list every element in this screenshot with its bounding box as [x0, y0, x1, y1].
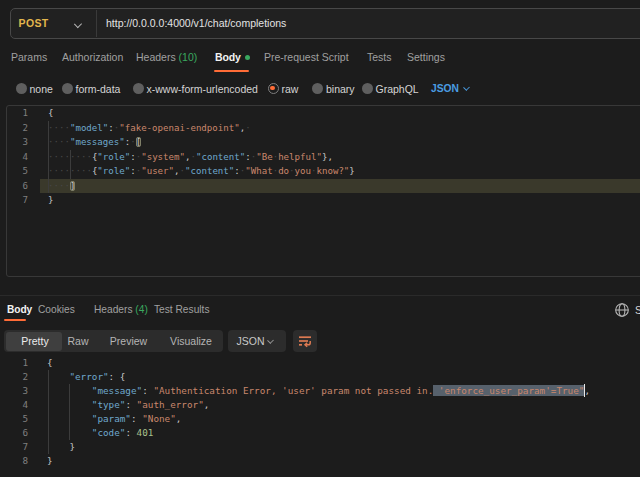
code-line[interactable]: 5········{"role":·"user",·"content":·"Wh… — [7, 164, 640, 179]
tab-authorization[interactable]: Authorization — [62, 44, 123, 71]
code-text: { — [40, 106, 640, 121]
radio-icon — [133, 83, 144, 94]
tab-headers[interactable]: Headers (4) — [94, 298, 148, 322]
tab-headers[interactable]: Headers (10) — [136, 44, 197, 71]
code-text: "type": "auth_error", — [40, 398, 640, 412]
whitespace-dot: · — [273, 152, 278, 162]
radio-icon — [312, 83, 323, 94]
view-tab-raw[interactable]: Raw — [67, 330, 88, 352]
line-number: 3 — [0, 384, 40, 398]
view-tab-preview[interactable]: Preview — [110, 330, 147, 352]
code-line[interactable]: 3····"messages":·[ — [7, 135, 640, 150]
response-tabs: BodyCookiesHeaders (4)Test Results — [0, 298, 640, 322]
indent-guide — [48, 121, 49, 194]
postman-request-view: { "colors": { "accent_orange": "#ff6c37"… — [0, 0, 640, 477]
code-token: } — [69, 441, 75, 452]
status-label-clipped: S — [635, 298, 640, 322]
code-line[interactable]: 6 "code": 401 — [0, 426, 640, 440]
code-line[interactable]: 1{ — [7, 106, 640, 121]
code-token: { — [120, 371, 126, 382]
chevron-down-icon[interactable] — [75, 21, 83, 29]
code-token: · — [245, 123, 250, 133]
body-type-radio-none[interactable]: none — [16, 77, 53, 100]
tab-count-badge: (4) — [133, 304, 148, 315]
code-token: ···· — [48, 181, 70, 191]
line-number: 8 — [0, 454, 40, 468]
body-language-label: JSON — [431, 83, 459, 94]
code-token: , — [204, 399, 210, 410]
body-type-radio-graphql[interactable]: GraphQL — [362, 77, 419, 100]
tab-cookies[interactable]: Cookies — [38, 298, 75, 322]
code-line[interactable]: 4 "type": "auth_error", — [0, 398, 640, 412]
method-selector[interactable]: POST — [19, 9, 49, 38]
code-token: "fake-openai-endpoint" — [119, 123, 239, 133]
body-type-radio-x-www-form-urlencoded[interactable]: x-www-form-urlencoded — [133, 77, 258, 100]
code-token: "What·do·you·know?" — [245, 166, 349, 176]
line-number: 7 — [0, 440, 40, 454]
request-body-editor[interactable]: 1{2····"model":·"fake-openai-endpoint",·… — [6, 105, 640, 277]
code-line[interactable]: 7} — [7, 193, 640, 208]
active-tab-underline — [4, 319, 26, 321]
code-line[interactable]: 2 "error": { — [0, 370, 640, 384]
code-text: "param": "None", — [40, 412, 640, 426]
response-body-editor[interactable]: 1{2 "error": {3 "message": "Authenticati… — [0, 356, 640, 477]
body-type-radio-binary[interactable]: binary — [312, 77, 355, 100]
view-tab-visualize[interactable]: Visualize — [170, 330, 212, 352]
tab-settings[interactable]: Settings — [407, 44, 445, 71]
tab-tests[interactable]: Tests — [367, 44, 392, 71]
code-line[interactable]: 6····] — [7, 179, 640, 194]
request-url-bar: POST http://0.0.0.0:4000/v1/chat/complet… — [10, 8, 640, 39]
line-number: 7 — [7, 193, 40, 208]
radio-label: x-www-form-urlencoded — [147, 83, 258, 95]
code-line[interactable]: 5 "param": "None", — [0, 412, 640, 426]
code-line[interactable]: 3 "message": "Authentication Error, 'use… — [0, 384, 640, 398]
whitespace-dot: · — [245, 123, 250, 133]
line-number: 2 — [0, 370, 40, 384]
body-type-radio-raw[interactable]: raw — [268, 77, 299, 100]
code-text: ····"model":·"fake-openai-endpoint",· — [40, 121, 640, 136]
code-token — [47, 371, 69, 382]
tab-test-results[interactable]: Test Results — [154, 298, 209, 322]
beautify-button[interactable] — [293, 330, 317, 352]
radio-icon — [16, 83, 27, 94]
code-line[interactable]: 1{ — [0, 356, 640, 370]
code-line[interactable]: 8} — [0, 454, 640, 468]
line-number: 1 — [0, 356, 40, 370]
code-token: ···· — [48, 123, 70, 133]
code-line[interactable]: 7 } — [0, 440, 640, 454]
code-line[interactable]: 4········{"role":·"system",·"content":·"… — [7, 150, 640, 165]
code-text: "code": 401 — [40, 426, 640, 440]
whitespace-dot: · — [311, 166, 316, 176]
line-number: 5 — [0, 412, 40, 426]
globe-icon[interactable] — [614, 302, 630, 318]
code-token: "param" — [92, 413, 131, 424]
body-type-row: JSON noneform-datax-www-form-urlencodedr… — [0, 77, 640, 100]
code-text: } — [40, 454, 640, 468]
code-token — [47, 441, 69, 452]
tab-pre-request-script[interactable]: Pre-request Script — [264, 44, 349, 71]
code-token: · — [130, 137, 135, 147]
divider — [96, 10, 97, 37]
code-token: "None" — [142, 413, 176, 424]
response-language-select[interactable]: JSON — [228, 330, 286, 352]
line-number: 5 — [7, 164, 40, 179]
code-token: "model" — [70, 123, 108, 133]
code-token: "type" — [92, 399, 126, 410]
body-language-select[interactable]: JSON — [431, 77, 469, 100]
view-tab-pretty[interactable]: Pretty — [21, 330, 48, 352]
url-input[interactable]: http://0.0.0.0:4000/v1/chat/completions — [106, 9, 286, 38]
body-type-radio-form-data[interactable]: form-data — [62, 77, 121, 100]
whitespace-dot: · — [130, 137, 135, 147]
tab-body[interactable]: Body — [215, 44, 250, 71]
divider — [0, 295, 640, 296]
tab-params[interactable]: Params — [11, 44, 47, 71]
code-token: "system" — [141, 152, 185, 162]
code-line[interactable]: 2····"model":·"fake-openai-endpoint",· — [7, 121, 640, 136]
code-token: "Authentication Error, 'user' param not … — [153, 385, 433, 396]
radio-icon — [62, 83, 73, 94]
code-token: "role" — [97, 166, 130, 176]
code-token: "code" — [92, 427, 126, 438]
indent-guide — [48, 370, 49, 454]
code-token: [ — [136, 137, 141, 147]
radio-label: GraphQL — [376, 83, 419, 95]
